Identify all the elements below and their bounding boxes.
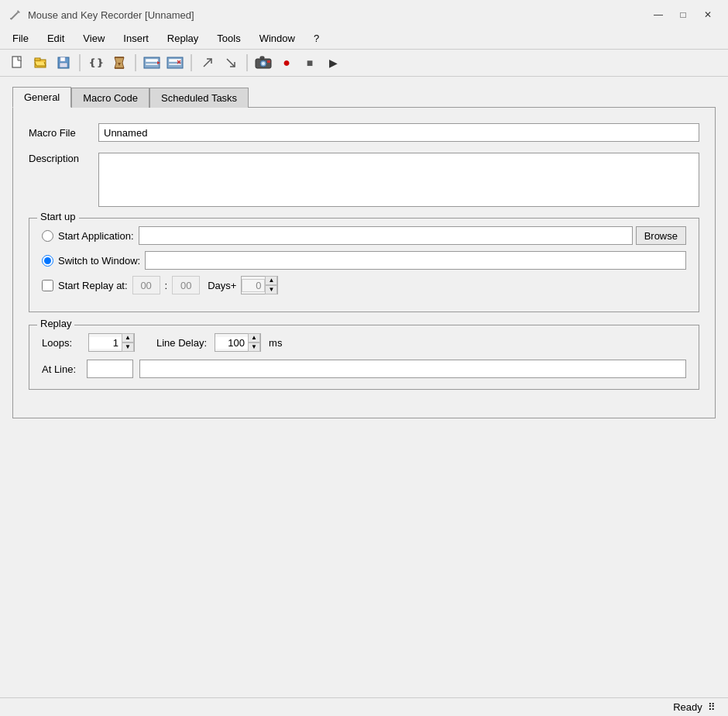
menu-window[interactable]: Window [250,29,304,47]
description-row: Description [29,153,699,207]
separator-2 [135,54,136,71]
menu-file[interactable]: File [3,29,38,47]
tab-bar: General Macro Code Scheduled Tasks [12,86,716,107]
menu-bar: File Edit View Insert Replay Tools Windo… [0,28,728,50]
tab-macro-code[interactable]: Macro Code [71,88,149,108]
loops-spinner-buttons: ▲ ▼ [122,333,134,352]
loops-spinner: ▲ ▼ [88,333,135,352]
at-line-row: At Line: [42,360,686,378]
new-button[interactable] [6,53,28,73]
loops-up-button[interactable]: ▲ [122,333,134,343]
toolbar: ❴❵ [0,50,728,77]
replay-group: Replay Loops: ▲ ▼ Line Delay: ▲ ▼ [29,325,699,390]
tab-scheduled-tasks[interactable]: Scheduled Tasks [149,88,249,108]
import-button[interactable] [220,53,242,73]
svg-rect-28 [267,60,270,63]
maximize-button[interactable]: □ [672,6,694,23]
days-value[interactable] [242,279,265,292]
replay-mm-input[interactable] [172,276,200,294]
menu-replay[interactable]: Replay [158,29,208,47]
save-icon [57,56,70,70]
menu-help[interactable]: ? [304,29,328,47]
stop-icon: ■ [307,57,313,69]
title-bar: Mouse and Key Recorder [Unnamed] — □ ✕ [0,0,728,28]
hourglass-icon [112,56,126,70]
menu-insert[interactable]: Insert [114,29,158,47]
import-icon [224,56,238,70]
tab-general[interactable]: General [12,87,71,108]
ms-label: ms [269,337,282,349]
params-button[interactable]: ❴❵ [85,53,107,73]
separator-3 [191,54,192,71]
start-replay-row: Start Replay at: : Days+ ▲ ▼ [42,276,686,294]
start-replay-checkbox[interactable] [42,280,53,291]
line-delay-value[interactable] [215,337,248,349]
save-button[interactable] [53,53,74,73]
export-button[interactable] [197,53,218,73]
loops-value[interactable] [89,337,122,349]
status-dots-icon: ⠿ [708,701,716,713]
days-spinner: ▲ ▼ [241,276,278,294]
record-button[interactable]: ● [276,53,297,73]
svg-line-23 [227,59,235,67]
new-icon [10,56,24,70]
open-button[interactable] [29,53,51,73]
switch-window-row: Switch to Window: [42,251,686,270]
insert-icon [143,56,160,70]
time-button[interactable] [108,53,130,73]
open-icon [33,56,47,70]
description-input[interactable] [98,153,699,207]
menu-view[interactable]: View [74,29,114,47]
start-application-label: Start Application: [58,230,134,242]
menu-tools[interactable]: Tools [208,29,249,47]
close-button[interactable]: ✕ [697,6,719,23]
at-line-text-input[interactable] [139,360,686,378]
separator-1 [79,54,81,71]
menu-edit[interactable]: Edit [38,29,74,47]
camera-button[interactable] [252,53,274,73]
stop-button[interactable]: ■ [299,53,321,73]
browse-button[interactable]: Browse [636,226,686,245]
line-delay-down-button[interactable]: ▼ [248,343,260,352]
title-bar-left: Mouse and Key Recorder [Unnamed] [9,9,194,21]
replay-hh-input[interactable] [132,276,160,294]
startup-group-title: Start up [37,211,79,222]
days-down-button[interactable]: ▼ [265,285,277,294]
macro-file-input[interactable] [98,123,699,142]
line-delay-up-button[interactable]: ▲ [248,333,260,343]
colon-sep: : [165,280,168,291]
export-icon [201,56,215,70]
loops-down-button[interactable]: ▼ [122,343,134,352]
replay-group-title: Replay [37,318,74,329]
params-icon: ❴❵ [88,57,104,68]
at-line-num-input[interactable] [87,360,133,378]
status-bar: Ready ⠿ [0,697,728,716]
switch-window-input[interactable] [145,251,686,270]
macro-file-row: Macro File [29,123,699,142]
play-button[interactable]: ▶ [322,53,344,73]
status-text: Ready [673,701,702,713]
edit-button[interactable] [164,53,186,73]
loops-delay-row: Loops: ▲ ▼ Line Delay: ▲ ▼ ms [42,333,686,352]
insert-button[interactable] [141,53,163,73]
minimize-button[interactable]: — [647,6,669,23]
startup-group: Start up Start Application: Browse Switc… [29,218,699,312]
window-title: Mouse and Key Recorder [Unnamed] [28,9,194,21]
svg-rect-19 [169,64,181,65]
switch-window-radio[interactable] [42,255,53,267]
loops-label: Loops: [42,337,81,349]
description-label: Description [29,153,98,164]
svg-line-22 [204,59,211,67]
app-icon [9,9,22,21]
start-application-input[interactable] [139,226,633,245]
svg-point-26 [262,62,265,65]
start-application-radio[interactable] [42,230,53,242]
start-application-row: Start Application: Browse [42,226,686,245]
days-up-button[interactable]: ▲ [265,276,277,285]
replay-time-group: : Days+ ▲ ▼ [132,276,279,294]
switch-window-label: Switch to Window: [58,255,140,267]
main-content: General Macro Code Scheduled Tasks Macro… [0,77,728,428]
edit-icon [167,56,184,70]
start-application-field-group: Browse [139,226,686,245]
start-replay-label: Start Replay at: [58,280,128,291]
